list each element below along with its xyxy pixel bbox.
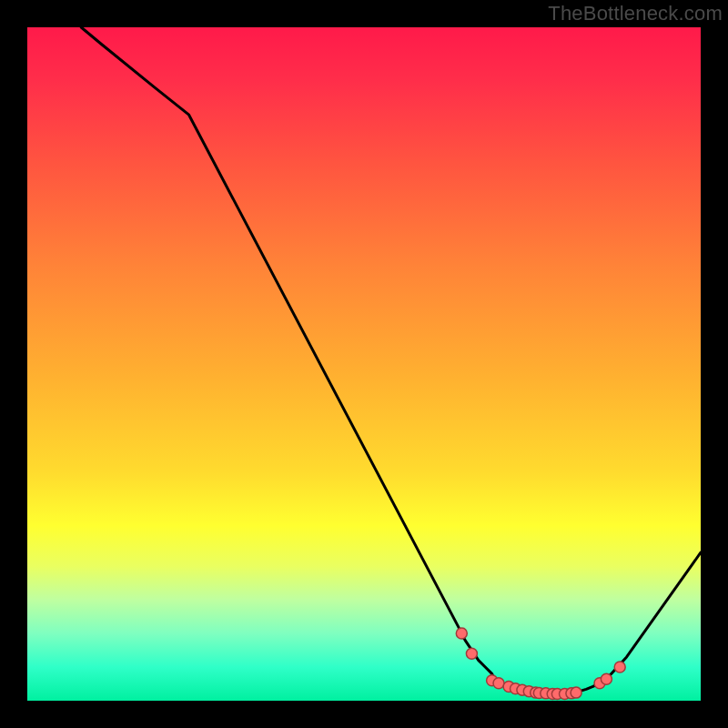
chart-frame: TheBottleneck.com <box>0 0 728 728</box>
chart-gradient-background <box>27 27 701 701</box>
watermark-text: TheBottleneck.com <box>548 2 723 25</box>
